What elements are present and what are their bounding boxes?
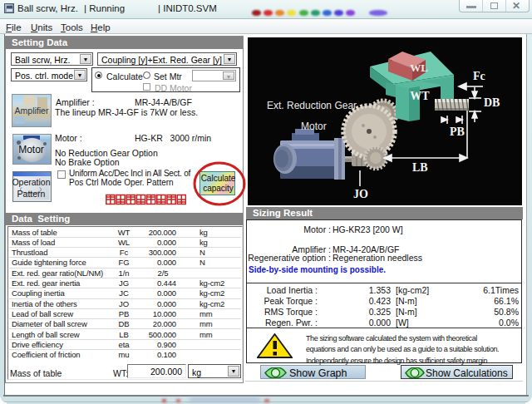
svg-text:Motor: Motor <box>301 121 327 132</box>
svg-text:JO: JO <box>353 188 368 200</box>
svg-text:Fc: Fc <box>473 70 485 82</box>
svg-text:LB: LB <box>412 161 428 174</box>
svg-text:DB: DB <box>484 96 500 109</box>
svg-text:WL: WL <box>410 62 428 74</box>
svg-text:WT: WT <box>410 90 430 102</box>
svg-text:PB: PB <box>450 126 465 138</box>
svg-text:Ext. Reduction Gear: Ext. Reduction Gear <box>267 100 357 111</box>
